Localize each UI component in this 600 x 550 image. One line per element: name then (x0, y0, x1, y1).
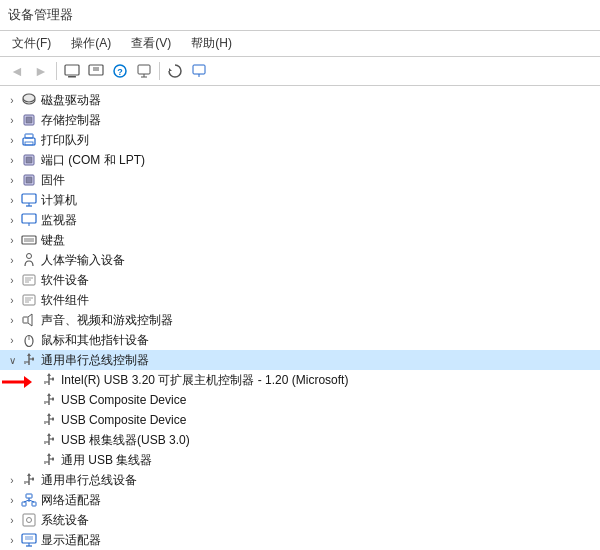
expand-btn-network[interactable]: › (4, 492, 20, 508)
expand-btn-usb-hub-gen[interactable] (24, 452, 40, 468)
item-label-firmware: 固件 (41, 172, 600, 189)
toolbar-btn-6[interactable] (188, 60, 210, 82)
menu-help[interactable]: 帮助(H) (187, 33, 236, 54)
tree-item-mouse[interactable]: ›鼠标和其他指针设备 (0, 330, 600, 350)
tree-item-storage[interactable]: ›存储控制器 (0, 110, 600, 130)
tree-item-monitor[interactable]: ›监视器 (0, 210, 600, 230)
tree-item-printer[interactable]: ›打印队列 (0, 130, 600, 150)
expand-btn-usb-hub3[interactable] (24, 432, 40, 448)
expand-btn-software[interactable]: › (4, 272, 20, 288)
expand-btn-mouse[interactable]: › (4, 332, 20, 348)
expand-btn-monitor[interactable]: › (4, 212, 20, 228)
toolbar-sep-1 (56, 62, 57, 80)
svg-point-93 (27, 518, 32, 523)
toolbar-btn-2[interactable] (85, 60, 107, 82)
toolbar-btn-1[interactable] (61, 60, 83, 82)
item-label-softcomp: 软件组件 (41, 292, 600, 309)
expand-btn-intel-usb[interactable] (24, 372, 40, 388)
device-tree: ›磁盘驱动器›存储控制器›打印队列›端口 (COM 和 LPT)›固件›计算机›… (0, 86, 600, 550)
expand-btn-storage[interactable]: › (4, 112, 20, 128)
monitor-icon (20, 211, 38, 229)
item-label-usb-comp1: USB Composite Device (61, 393, 600, 407)
svg-rect-24 (22, 194, 36, 203)
expand-btn-firmware[interactable]: › (4, 172, 20, 188)
tree-item-keyboard[interactable]: ›键盘 (0, 230, 600, 250)
menu-action[interactable]: 操作(A) (67, 33, 115, 54)
menu-file[interactable]: 文件(F) (8, 33, 55, 54)
item-label-network: 网络适配器 (41, 492, 600, 509)
expand-btn-hid[interactable]: › (4, 252, 20, 268)
tree-item-network[interactable]: ›网络适配器 (0, 490, 600, 510)
tree-item-software[interactable]: ›软件设备 (0, 270, 600, 290)
svg-line-91 (29, 500, 34, 502)
svg-marker-63 (47, 413, 51, 416)
expand-btn-softcomp[interactable]: › (4, 292, 20, 308)
svg-rect-53 (52, 378, 54, 381)
tree-item-computer[interactable]: ›计算机 (0, 190, 600, 210)
expand-btn-display[interactable]: › (4, 532, 20, 548)
expand-btn-computer[interactable]: › (4, 192, 20, 208)
tree-item-usb-comp1[interactable]: USB Composite Device (0, 390, 600, 410)
expand-btn-com[interactable]: › (4, 152, 20, 168)
expand-btn-keyboard[interactable]: › (4, 232, 20, 248)
computer-icon (20, 191, 38, 209)
tree-item-intel-usb[interactable]: Intel(R) USB 3.20 可扩展主机控制器 - 1.20 (Micro… (0, 370, 600, 390)
expand-btn-sound[interactable]: › (4, 312, 20, 328)
human-icon (20, 251, 38, 269)
tree-item-softcomp[interactable]: ›软件组件 (0, 290, 600, 310)
toolbar-btn-3[interactable]: ? (109, 60, 131, 82)
tree-item-sound[interactable]: ›声音、视频和游戏控制器 (0, 310, 600, 330)
usb-icon (40, 371, 58, 389)
svg-rect-92 (23, 514, 35, 526)
svg-rect-41 (23, 317, 28, 323)
mouse-icon (20, 331, 38, 349)
system-icon (20, 511, 38, 529)
toolbar-btn-4[interactable] (133, 60, 155, 82)
svg-rect-88 (32, 502, 36, 506)
item-label-display: 显示适配器 (41, 532, 600, 549)
expand-btn-usb-serial[interactable]: › (4, 472, 20, 488)
tree-item-system[interactable]: ›系统设备 (0, 510, 600, 530)
usb-icon (20, 351, 38, 369)
tree-item-usb-comp2[interactable]: USB Composite Device (0, 410, 600, 430)
svg-point-14 (23, 94, 35, 102)
svg-rect-23 (26, 177, 32, 183)
software-icon (20, 291, 38, 309)
expand-btn-usb-comp1[interactable] (24, 392, 40, 408)
tree-item-hid[interactable]: ›人体学输入设备 (0, 250, 600, 270)
back-button[interactable]: ◄ (6, 60, 28, 82)
toolbar-btn-5[interactable] (164, 60, 186, 82)
menu-view[interactable]: 查看(V) (127, 33, 175, 54)
item-label-system: 系统设备 (41, 512, 600, 529)
expand-btn-usb-ctrl[interactable]: ∨ (4, 352, 20, 368)
svg-marker-69 (47, 433, 51, 436)
toolbar-sep-2 (159, 62, 160, 80)
expand-btn-usb-comp2[interactable] (24, 412, 40, 428)
item-label-disk: 磁盘驱动器 (41, 92, 600, 109)
forward-button[interactable]: ► (30, 60, 52, 82)
svg-marker-75 (47, 453, 51, 456)
svg-rect-11 (193, 65, 205, 74)
tree-item-usb-serial[interactable]: ›通用串行总线设备 (0, 470, 600, 490)
tree-item-disk[interactable]: ›磁盘驱动器 (0, 90, 600, 110)
tree-item-firmware[interactable]: ›固件 (0, 170, 600, 190)
expand-btn-system[interactable]: › (4, 512, 20, 528)
software-icon (20, 271, 38, 289)
tree-item-usb-hub-gen[interactable]: 通用 USB 集线器 (0, 450, 600, 470)
tree-item-display[interactable]: ›显示适配器 (0, 530, 600, 550)
svg-marker-51 (47, 373, 51, 376)
tree-item-usb-ctrl[interactable]: ∨通用串行总线控制器 (0, 350, 600, 370)
item-label-hid: 人体学输入设备 (41, 252, 600, 269)
expand-btn-disk[interactable]: › (4, 92, 20, 108)
svg-rect-59 (52, 398, 54, 401)
usb-icon (40, 391, 58, 409)
svg-rect-7 (138, 65, 150, 74)
item-label-keyboard: 键盘 (41, 232, 600, 249)
tree-item-usb-hub3[interactable]: USB 根集线器(USB 3.0) (0, 430, 600, 450)
chip-icon (20, 111, 38, 129)
tree-item-com[interactable]: ›端口 (COM 和 LPT) (0, 150, 600, 170)
expand-btn-printer[interactable]: › (4, 132, 20, 148)
menu-bar: 文件(F) 操作(A) 查看(V) 帮助(H) (0, 31, 600, 57)
svg-rect-1 (68, 76, 76, 78)
item-label-intel-usb: Intel(R) USB 3.20 可扩展主机控制器 - 1.20 (Micro… (61, 372, 600, 389)
